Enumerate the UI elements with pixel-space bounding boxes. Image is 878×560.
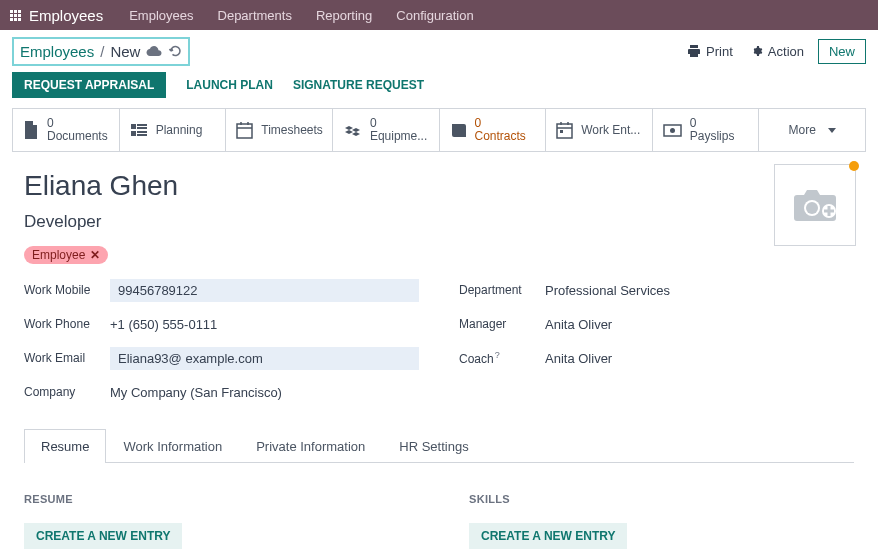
brand-title: Employees: [29, 7, 103, 24]
undo-icon[interactable]: [168, 44, 182, 58]
more-label: More: [789, 123, 816, 137]
tag-remove-icon[interactable]: ✕: [90, 248, 100, 262]
stat-label: Payslips: [690, 129, 735, 143]
input-work-mobile[interactable]: [110, 279, 419, 302]
planning-icon: [130, 122, 148, 138]
signature-request-button[interactable]: SIGNATURE REQUEST: [293, 78, 424, 92]
new-button[interactable]: New: [818, 39, 866, 64]
status-dot: [849, 161, 859, 171]
print-icon: [687, 44, 701, 58]
help-icon[interactable]: ?: [495, 350, 500, 360]
label-department: Department: [459, 283, 545, 297]
stat-timesheets[interactable]: Timesheets: [226, 109, 333, 151]
stat-count: 0: [475, 117, 526, 129]
skills-section: SKILLS CREATE A NEW ENTRY: [469, 493, 854, 549]
label-manager: Manager: [459, 317, 545, 331]
apps-icon[interactable]: [10, 10, 21, 21]
value-coach[interactable]: Anita Oliver: [545, 347, 612, 370]
tab-resume[interactable]: Resume: [24, 429, 106, 463]
stat-label: Planning: [156, 123, 203, 137]
label-coach: Coach?: [459, 350, 545, 366]
chevron-down-icon: [828, 128, 836, 133]
resume-heading: RESUME: [24, 493, 409, 505]
action-button[interactable]: Action: [749, 44, 804, 59]
svg-rect-0: [237, 124, 252, 138]
nav-reporting[interactable]: Reporting: [316, 8, 372, 23]
employee-tag[interactable]: Employee ✕: [24, 246, 108, 264]
create-skills-entry-button[interactable]: CREATE A NEW ENTRY: [469, 523, 627, 549]
document-icon: [23, 121, 39, 140]
form-tabs: Resume Work Information Private Informat…: [24, 428, 854, 463]
tab-private-information[interactable]: Private Information: [239, 429, 382, 463]
nav-departments[interactable]: Departments: [218, 8, 292, 23]
stat-label: Timesheets: [261, 123, 323, 137]
stat-label: Equipme...: [370, 129, 427, 143]
calendar-icon: [556, 122, 573, 139]
stat-planning[interactable]: Planning: [120, 109, 227, 151]
camera-icon: [791, 187, 839, 223]
employee-name[interactable]: Eliana Ghen: [24, 170, 854, 202]
value-department[interactable]: Professional Services: [545, 279, 670, 302]
nav-employees[interactable]: Employees: [129, 8, 193, 23]
label-company: Company: [24, 385, 110, 399]
calendar-icon: [236, 122, 253, 139]
stat-equipment[interactable]: 0 Equipme...: [333, 109, 440, 151]
skills-heading: SKILLS: [469, 493, 854, 505]
nav-configuration[interactable]: Configuration: [396, 8, 473, 23]
fields-left: Work Mobile Work Phone +1 (650) 555-0111…: [24, 278, 419, 414]
launch-plan-button[interactable]: LAUNCH PLAN: [186, 78, 273, 92]
cloud-save-icon[interactable]: [146, 45, 162, 57]
top-navbar: Employees Employees Departments Reportin…: [0, 0, 878, 30]
gear-icon: [749, 44, 763, 58]
svg-point-6: [806, 202, 818, 214]
breadcrumb: Employees / New: [12, 37, 190, 66]
print-button[interactable]: Print: [687, 44, 733, 59]
stat-documents[interactable]: 0 Documents: [13, 109, 120, 151]
label-work-mobile: Work Mobile: [24, 283, 110, 297]
breadcrumb-separator: /: [100, 43, 104, 60]
tab-work-information[interactable]: Work Information: [106, 429, 239, 463]
stat-payslips[interactable]: 0 Payslips: [653, 109, 760, 151]
stat-label: Contracts: [475, 129, 526, 143]
action-row: REQUEST APPRAISAL LAUNCH PLAN SIGNATURE …: [0, 72, 878, 108]
stat-count: 0: [47, 117, 108, 129]
stat-more[interactable]: More: [759, 109, 865, 151]
stat-count: 0: [370, 117, 427, 129]
form-area: Eliana Ghen Developer Employee ✕ Work Mo…: [0, 152, 878, 559]
value-manager[interactable]: Anita Oliver: [545, 313, 612, 336]
request-appraisal-button[interactable]: REQUEST APPRAISAL: [12, 72, 166, 98]
money-icon: [663, 124, 682, 137]
breadcrumb-root[interactable]: Employees: [20, 43, 94, 60]
book-icon: [450, 123, 467, 138]
svg-rect-1: [557, 124, 572, 138]
tab-hr-settings[interactable]: HR Settings: [382, 429, 485, 463]
stat-label: Work Ent...: [581, 123, 640, 137]
breadcrumb-current: New: [110, 43, 140, 60]
create-resume-entry-button[interactable]: CREATE A NEW ENTRY: [24, 523, 182, 549]
fields-right: Department Professional Services Manager…: [459, 278, 854, 414]
employee-job-title[interactable]: Developer: [24, 212, 854, 232]
value-work-phone[interactable]: +1 (650) 555-0111: [110, 313, 217, 336]
toolbar: Employees / New Print Action New: [0, 30, 878, 72]
stat-contracts[interactable]: 0 Contracts: [440, 109, 547, 151]
svg-point-4: [670, 128, 675, 133]
equipment-icon: [343, 122, 362, 138]
avatar-upload[interactable]: [774, 164, 856, 246]
stats-row: 0 Documents Planning Timesheets 0 Equipm…: [12, 108, 866, 152]
label-work-email: Work Email: [24, 351, 110, 365]
resume-section: RESUME CREATE A NEW ENTRY: [24, 493, 409, 549]
label-work-phone: Work Phone: [24, 317, 110, 331]
stat-label: Documents: [47, 129, 108, 143]
input-work-email[interactable]: [110, 347, 419, 370]
stat-work-entries[interactable]: Work Ent...: [546, 109, 653, 151]
stat-count: 0: [690, 117, 735, 129]
value-company[interactable]: My Company (San Francisco): [110, 381, 282, 404]
svg-rect-2: [560, 130, 563, 133]
